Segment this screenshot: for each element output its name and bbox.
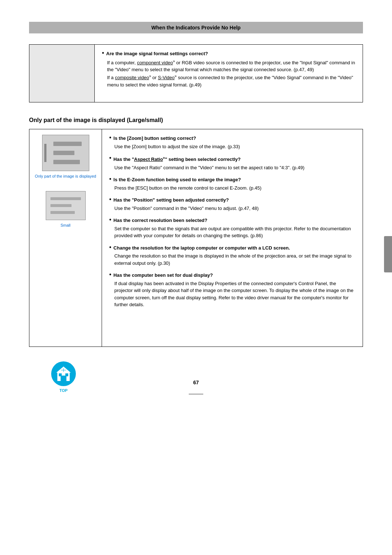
bullet-e-zoom-body: Press the [ESC] button on the remote con… — [109, 185, 355, 192]
large-small-left-panel: Only part of the image is displayed Smal… — [29, 129, 102, 347]
bullet-zoom: Is the [Zoom] button setting correct? Us… — [109, 135, 355, 150]
bullet-lcd-title: Change the resolution for the laptop com… — [109, 244, 355, 252]
bullet-position-title: Has the "Position" setting been adjusted… — [109, 197, 355, 204]
small-bar3 — [50, 211, 75, 214]
svg-rect-2 — [61, 376, 66, 381]
top-label: TOP — [51, 388, 76, 393]
small-bar2 — [50, 204, 72, 207]
large-small-title-text: Only part of the image is displayed (Lar… — [29, 117, 163, 123]
bullet-zoom-title: Is the [Zoom] button setting correct? — [109, 135, 355, 142]
home-icon[interactable] — [51, 361, 76, 386]
large-caption: Only part of the image is displayed — [35, 174, 96, 178]
bar3 — [53, 160, 80, 164]
bullet-position: Has the "Position" setting been adjusted… — [109, 197, 355, 212]
bullet-aspect-ratio: Has the "Aspect Ratio»" setting been sel… — [109, 155, 355, 171]
page-number-text: 67 — [193, 380, 199, 385]
left-bar-decoration — [44, 144, 46, 162]
page-container: When the Indicators Provide No Help Are … — [0, 0, 392, 555]
bullet-dual-display-title-text: Has the computer been set for dual displ… — [114, 272, 213, 279]
bottom-nav: TOP 67 — [29, 369, 363, 385]
bullet-lcd-body: Change the resolution so that the image … — [109, 252, 355, 267]
top-bullet: Are the image signal format settings cor… — [102, 50, 355, 88]
top-home-icon-container[interactable]: TOP — [51, 361, 76, 393]
large-caption-text: Only part of the image is displayed — [35, 174, 96, 178]
top-info-box-left-image — [29, 45, 95, 102]
bullet-aspect-ratio-title-text: Has the "Aspect Ratio»" setting been sel… — [114, 155, 241, 163]
bullet-lcd: Change the resolution for the laptop com… — [109, 244, 355, 267]
composite-video-link: composite video — [115, 75, 149, 80]
large-small-section-title: Only part of the image is displayed (Lar… — [29, 117, 363, 123]
bullet-position-title-text: Has the "Position" setting been adjusted… — [114, 197, 229, 204]
right-tab — [384, 236, 392, 272]
small-caption: Small — [61, 223, 71, 227]
bullet-aspect-ratio-body: Use the "Aspect Ratio" command in the "V… — [109, 164, 355, 171]
bullet-resolution-title: Has the correct resolution been selected… — [109, 217, 355, 224]
top-info-box-right: Are the image signal format settings cor… — [95, 45, 363, 102]
s-video-link: S-Video — [158, 75, 175, 80]
bullet-e-zoom-title-text: Is the E-Zoom function being used to enl… — [114, 176, 241, 183]
arrow3: » — [175, 74, 177, 78]
small-caption-text: Small — [61, 223, 71, 227]
top-bullet-body: If a computer, component video» or RGB v… — [102, 58, 355, 89]
arrow2: » — [149, 74, 151, 78]
bullet-resolution: Has the correct resolution been selected… — [109, 217, 355, 239]
bullet-zoom-body: Use the [Zoom] button to adjust the size… — [109, 143, 355, 150]
bullet-resolution-body: Set the computer so that the signals tha… — [109, 225, 355, 239]
arrow1: » — [173, 59, 175, 63]
separator-line — [189, 394, 203, 394]
large-small-box: Only part of the image is displayed Smal… — [29, 129, 363, 347]
bullet-zoom-title-text: Is the [Zoom] button setting correct? — [114, 135, 196, 142]
bullet-e-zoom: Is the E-Zoom function being used to enl… — [109, 176, 355, 191]
small-image-mockup — [46, 191, 86, 220]
bullet-aspect-ratio-title: Has the "Aspect Ratio»" setting been sel… — [109, 155, 355, 163]
bullet-dual-display-title: Has the computer been set for dual displ… — [109, 272, 355, 279]
top-bullet-title-text: Are the image signal format settings cor… — [106, 50, 208, 57]
svg-rect-3 — [59, 373, 62, 376]
bullet-dual-display-body: If dual display has been activated in th… — [109, 280, 355, 308]
section-header-text: When the Indicators Provide No Help — [151, 25, 241, 31]
large-image-mockup — [42, 135, 89, 171]
section-header: When the Indicators Provide No Help — [29, 22, 363, 33]
bullet-lcd-title-text: Change the resolution for the laptop com… — [114, 244, 290, 252]
component-video-link: component video — [137, 60, 173, 65]
svg-rect-4 — [65, 373, 68, 376]
page-number: 67 — [193, 380, 199, 385]
bullet-position-body: Use the "Position" command in the "Video… — [109, 205, 355, 212]
top-info-box: Are the image signal format settings cor… — [29, 44, 363, 102]
bullet-dual-display: Has the computer been set for dual displ… — [109, 272, 355, 308]
bar1 — [53, 142, 82, 146]
bar2 — [53, 151, 75, 155]
small-bar1 — [50, 197, 81, 200]
top-bullet-title: Are the image signal format settings cor… — [102, 50, 355, 57]
bullet-resolution-title-text: Has the correct resolution been selected… — [114, 217, 208, 224]
bullet-e-zoom-title: Is the E-Zoom function being used to enl… — [109, 176, 355, 183]
large-small-right-panel: Is the [Zoom] button setting correct? Us… — [102, 129, 363, 347]
